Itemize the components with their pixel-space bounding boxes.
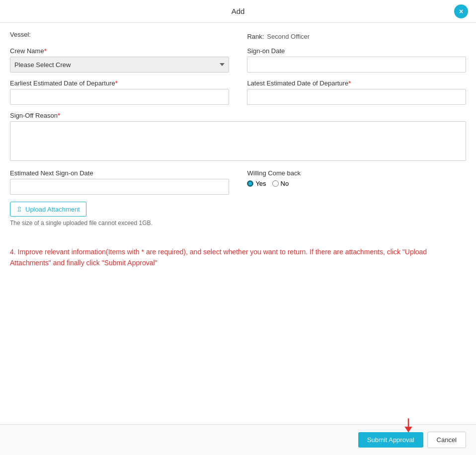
crew-name-label: Crew Name*	[10, 47, 229, 55]
estimated-next-signin-input[interactable]	[10, 179, 229, 195]
modal-title: Add	[232, 7, 245, 15]
willing-no-label: No	[281, 180, 289, 187]
vessel-section: Vessel:	[10, 31, 229, 40]
earliest-departure-label: Earliest Estimated Date of Departure*	[10, 79, 229, 87]
modal-footer: Submit Approval Cancel	[0, 424, 476, 455]
sign-off-reason-group: Sign-Off Reason*	[10, 112, 466, 162]
sign-off-reason-textarea[interactable]	[10, 121, 466, 161]
upload-section: ⇫ Upload Attachment The size of a single…	[10, 202, 466, 227]
vessel-label: Vessel:	[10, 31, 31, 38]
sign-off-reason-label: Sign-Off Reason*	[10, 112, 466, 119]
earliest-departure-group: Earliest Estimated Date of Departure*	[10, 79, 229, 105]
sign-off-reason-row: Sign-Off Reason*	[10, 112, 466, 162]
willing-yes-label: Yes	[255, 180, 266, 187]
crew-name-group: Crew Name* Please Select Crew	[10, 47, 229, 73]
file-size-note: The size of a single uploaded file canno…	[10, 220, 466, 227]
latest-departure-label: Latest Estimated Date of Departure*	[247, 79, 466, 87]
vessel-rank-row: Vessel: Rank: Second Officer	[10, 31, 466, 40]
crew-name-select[interactable]: Please Select Crew	[10, 57, 229, 73]
willing-no-radio[interactable]	[272, 180, 279, 187]
svg-marker-1	[404, 427, 412, 433]
estimated-next-signin-group: Estimated Next Sign-on Date	[10, 169, 229, 195]
departure-row: Earliest Estimated Date of Departure* La…	[10, 79, 466, 105]
sign-on-date-label: Sign-on Date	[247, 47, 466, 55]
modal-header: Add ×	[0, 0, 476, 23]
upload-attachment-button[interactable]: ⇫ Upload Attachment	[10, 202, 86, 217]
earliest-departure-input[interactable]	[10, 89, 229, 105]
sign-on-date-input[interactable]	[247, 57, 466, 73]
instruction-text: 4. Improve relevant information(Items wi…	[10, 241, 466, 274]
upload-button-label: Upload Attachment	[25, 206, 80, 213]
latest-departure-input[interactable]	[247, 89, 466, 105]
willing-no-option[interactable]: No	[272, 180, 289, 187]
crew-sigon-row: Crew Name* Please Select Crew Sign-on Da…	[10, 47, 466, 73]
willing-come-back-label: Willing Come back	[247, 169, 466, 177]
modal-container: Add × Vessel: Rank: Second Officer Crew …	[0, 0, 476, 455]
arrow-indicator	[400, 418, 416, 435]
modal-body: Vessel: Rank: Second Officer Crew Name* …	[0, 23, 476, 424]
rank-inline: Rank: Second Officer	[247, 33, 466, 40]
rank-label: Rank:	[247, 33, 264, 40]
close-button[interactable]: ×	[454, 4, 468, 18]
next-signin-willing-row: Estimated Next Sign-on Date Willing Come…	[10, 169, 466, 195]
cancel-button[interactable]: Cancel	[427, 432, 466, 448]
estimated-next-signin-label: Estimated Next Sign-on Date	[10, 169, 229, 177]
rank-section: Rank: Second Officer	[247, 31, 466, 40]
upload-icon: ⇫	[16, 205, 22, 213]
willing-yes-radio[interactable]	[247, 180, 253, 187]
willing-come-back-options: Yes No	[247, 180, 466, 187]
sign-on-date-group: Sign-on Date	[247, 47, 466, 73]
latest-departure-group: Latest Estimated Date of Departure*	[247, 79, 466, 105]
willing-come-back-group: Willing Come back Yes No	[247, 169, 466, 195]
willing-yes-option[interactable]: Yes	[247, 180, 266, 187]
rank-value: Second Officer	[267, 33, 310, 40]
